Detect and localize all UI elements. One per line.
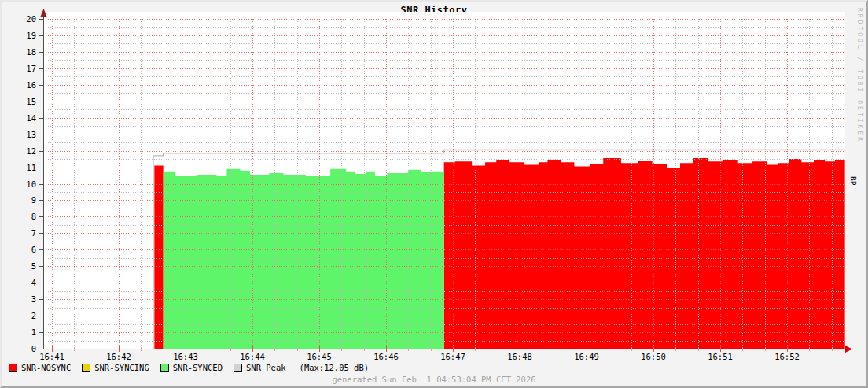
x-tick-label: 16:52 — [770, 352, 804, 361]
y-tick-label: 4 — [3, 278, 36, 287]
y-tick-label: 17 — [3, 64, 36, 73]
chart-legend: SNR-NOSYNC SNR-SYNCING SNR-SYNCED SNR Pe… — [9, 363, 369, 373]
series-area-snr-synced — [164, 169, 444, 349]
x-tick-label: 16:46 — [369, 352, 403, 361]
y-tick-label: 11 — [3, 163, 36, 172]
y-tick-label: 5 — [3, 261, 36, 271]
y-tick-label: 6 — [3, 245, 36, 254]
series-area-snr-nosync — [154, 165, 163, 349]
y-tick-label: 16 — [3, 80, 36, 90]
x-tick-label: 16:51 — [703, 352, 737, 361]
y-tick-label: 10 — [3, 179, 36, 189]
y-tick-label: 12 — [3, 146, 36, 156]
snr-history-chart — [2, 2, 866, 386]
y-tick-label: 3 — [3, 294, 36, 304]
x-tick-label: 16:41 — [35, 352, 69, 361]
x-tick-label: 16:42 — [101, 352, 136, 361]
legend-item-nosync: SNR-NOSYNC — [9, 363, 71, 373]
x-tick-label: 16:47 — [436, 352, 470, 361]
legend-label-syncing: SNR-SYNCING — [94, 363, 149, 373]
y-tick-label: 15 — [3, 97, 36, 106]
y-tick-label: 9 — [3, 195, 36, 205]
peak-max-value: (Max:12.05 dB) — [300, 363, 370, 373]
y-tick-label: 19 — [3, 31, 36, 40]
y-tick-label: 8 — [3, 212, 36, 221]
legend-label-nosync: SNR-NOSYNC — [21, 363, 71, 373]
legend-item-peak: SNR Peak — [234, 363, 286, 373]
y-tick-label: 0 — [3, 344, 36, 353]
generated-timestamp: generated Sun Feb 1 04:53:04 PM CET 2026 — [2, 375, 866, 384]
legend-label-peak: SNR Peak — [246, 363, 286, 373]
nosync-swatch-icon — [9, 364, 17, 372]
y-tick-label: 14 — [3, 113, 36, 123]
peak-swatch-icon — [234, 364, 242, 372]
legend-label-synced: SNR-SYNCED — [173, 363, 223, 373]
series-area-snr-nosync — [444, 158, 845, 349]
x-tick-label: 16:49 — [569, 352, 604, 361]
x-tick-label: 16:44 — [235, 352, 270, 361]
x-tick-label: 16:48 — [502, 352, 537, 361]
syncing-swatch-icon — [82, 364, 90, 372]
y-tick-label: 18 — [3, 47, 36, 57]
x-tick-label: 16:43 — [168, 352, 203, 361]
rrdtool-watermark: RRDTOOL / TOBI OETIKER — [856, 8, 863, 143]
legend-item-synced: SNR-SYNCED — [160, 363, 223, 373]
x-tick-label: 16:45 — [302, 352, 337, 361]
synced-swatch-icon — [160, 364, 169, 372]
snr-history-graph: SNR History 0123456789101112131415161718… — [0, 0, 868, 388]
y-tick-label: 7 — [3, 228, 36, 238]
right-axis-label: BP — [849, 176, 858, 185]
y-tick-label: 13 — [3, 130, 36, 139]
y-tick-label: 1 — [3, 327, 36, 337]
legend-item-syncing: SNR-SYNCING — [82, 363, 149, 373]
x-axis-arrow-icon — [845, 346, 852, 353]
x-tick-label: 16:50 — [636, 352, 671, 361]
y-tick-label: 20 — [3, 14, 36, 24]
y-tick-label: 2 — [3, 311, 36, 320]
